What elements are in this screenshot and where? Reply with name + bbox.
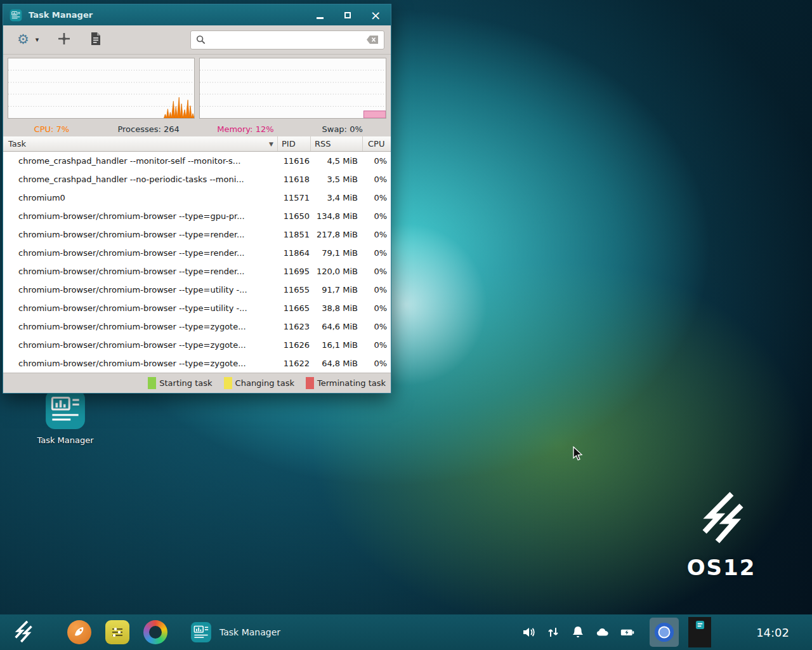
legend-changing-task: Changing task	[224, 377, 294, 389]
window-title: Task Manager	[29, 10, 93, 20]
cpu-cell: 0%	[363, 156, 391, 166]
table-row[interactable]: chromium-browser/chromium-browser --type…	[3, 225, 391, 244]
changing-task-swatch-icon	[224, 377, 232, 389]
crosshair-icon	[58, 32, 70, 45]
cpu-stat: CPU: 7%	[3, 124, 100, 134]
table-row[interactable]: chromium0 11571 3,4 MiB 0%	[3, 189, 391, 207]
pid-cell: 11626	[278, 340, 311, 350]
app-menu-button[interactable]	[9, 618, 37, 646]
quick-launchers	[67, 620, 167, 644]
rss-cell: 64,8 MiB	[311, 359, 363, 368]
task-cell: chrome_crashpad_handler --no-periodic-ta…	[3, 175, 278, 184]
table-row[interactable]: chromium-browser/chromium-browser --type…	[3, 207, 391, 225]
table-row[interactable]: chromium-browser/chromium-browser --type…	[3, 244, 391, 262]
process-table: chrome_crashpad_handler --monitor-self -…	[3, 152, 391, 373]
terminating-task-swatch-icon	[306, 377, 314, 389]
table-row[interactable]: chromium-browser/chromium-browser --type…	[3, 336, 391, 354]
settings-gear-icon[interactable]: ⚙	[17, 33, 29, 46]
taskbar-item-task-manager[interactable]: Task Manager	[190, 621, 280, 643]
chromium-tray-button[interactable]	[650, 618, 679, 647]
desktop-icon-task-manager[interactable]: Task Manager	[37, 388, 94, 445]
legend-terminating-task: Terminating task	[306, 377, 386, 389]
cpu-cell: 0%	[363, 193, 391, 202]
mini-tray-app-icon	[695, 620, 705, 630]
task-cell: chromium-browser/chromium-browser --type…	[3, 248, 278, 258]
minimize-button[interactable]	[315, 10, 325, 20]
network-traffic-button[interactable]	[546, 625, 561, 640]
task-manager-window: Task Manager × ⚙ ▾	[3, 4, 391, 394]
titlebar[interactable]: Task Manager ×	[3, 4, 391, 25]
cpu-cell: 0%	[363, 303, 391, 313]
cpu-cell: 0%	[363, 175, 391, 184]
up-down-arrows-icon	[546, 625, 560, 639]
pid-cell: 11623	[278, 322, 311, 331]
launcher-browser-button[interactable]	[67, 620, 91, 644]
close-button[interactable]: ×	[370, 10, 381, 20]
cpu-cell: 0%	[363, 322, 391, 331]
minimize-icon	[317, 17, 324, 19]
notifications-button[interactable]	[570, 625, 586, 640]
cpu-history-series	[164, 97, 194, 118]
rss-cell: 4,5 MiB	[311, 156, 363, 166]
pick-process-button[interactable]	[58, 32, 70, 47]
close-icon: ×	[370, 11, 381, 20]
table-row[interactable]: chrome_crashpad_handler --monitor-self -…	[3, 152, 391, 170]
column-header-pid[interactable]: PID	[278, 136, 311, 151]
window-icon	[10, 9, 22, 22]
cpu-cell: 0%	[363, 285, 391, 295]
legend-bar: Starting task Changing task Terminating …	[3, 373, 391, 393]
volume-button[interactable]	[521, 625, 536, 640]
cpu-cell: 0%	[363, 340, 391, 350]
table-row[interactable]: chromium-browser/chromium-browser --type…	[3, 317, 391, 336]
document-icon	[91, 32, 101, 45]
pid-cell: 11618	[278, 175, 311, 184]
rss-cell: 120,0 MiB	[311, 267, 363, 276]
task-cell: chromium-browser/chromium-browser --type…	[3, 211, 278, 221]
search-input[interactable]	[210, 34, 362, 45]
rss-cell: 79,1 MiB	[311, 248, 363, 258]
taskbar-item-label: Task Manager	[219, 627, 280, 637]
pid-cell: 11695	[278, 267, 311, 276]
pid-cell: 11571	[278, 193, 311, 202]
column-header-task[interactable]: Task ▼	[3, 136, 278, 151]
toolbar: ⚙ ▾	[3, 25, 391, 55]
cloud-sync-button[interactable]	[595, 625, 610, 640]
column-header-cpu[interactable]: CPU	[363, 136, 391, 151]
battery-button[interactable]	[620, 625, 635, 640]
task-cell: chromium-browser/chromium-browser --type…	[3, 267, 278, 276]
table-row[interactable]: chrome_crashpad_handler --no-periodic-ta…	[3, 170, 391, 189]
bell-icon	[571, 625, 585, 639]
maximize-button[interactable]	[343, 10, 353, 20]
os-logo-mark-icon	[695, 490, 748, 548]
desktop-icon-label: Task Manager	[37, 435, 94, 445]
processes-stat: Processes: 264	[100, 124, 197, 134]
sort-descending-icon: ▼	[269, 141, 273, 147]
table-row[interactable]: chromium-browser/chromium-browser --type…	[3, 299, 391, 317]
task-cell: chromium-browser/chromium-browser --type…	[3, 322, 278, 331]
pid-cell: 11655	[278, 285, 311, 295]
battery-charging-icon	[620, 625, 634, 639]
column-header-rss[interactable]: RSS	[311, 136, 363, 151]
os-brand-logo: OS12	[667, 490, 775, 580]
task-cell: chromium-browser/chromium-browser --type…	[3, 359, 278, 368]
launcher-software-center-button[interactable]	[143, 620, 167, 644]
task-cell: chrome_crashpad_handler --monitor-self -…	[3, 156, 278, 166]
settings-dropdown-arrow-icon[interactable]: ▾	[36, 36, 39, 44]
task-cell: chromium-browser/chromium-browser --type…	[3, 303, 278, 313]
os-brand-text: OS12	[667, 555, 775, 580]
search-box	[190, 30, 384, 50]
table-row[interactable]: chromium-browser/chromium-browser --type…	[3, 354, 391, 373]
table-row[interactable]: chromium-browser/chromium-browser --type…	[3, 281, 391, 299]
cpu-graph	[8, 58, 195, 119]
tray-overflow-button[interactable]	[688, 617, 711, 647]
rocket-icon	[73, 626, 86, 639]
launcher-settings-button[interactable]	[105, 620, 129, 644]
table-row[interactable]: chromium-browser/chromium-browser --type…	[3, 262, 391, 281]
task-cell: chromium-browser/chromium-browser --type…	[3, 285, 278, 295]
search-icon	[196, 35, 206, 44]
show-full-command-button[interactable]	[91, 32, 101, 47]
clock[interactable]: 14:02	[756, 626, 789, 639]
pid-cell: 11622	[278, 359, 311, 368]
rss-cell: 3,5 MiB	[311, 175, 363, 184]
clear-search-icon[interactable]	[367, 36, 379, 44]
